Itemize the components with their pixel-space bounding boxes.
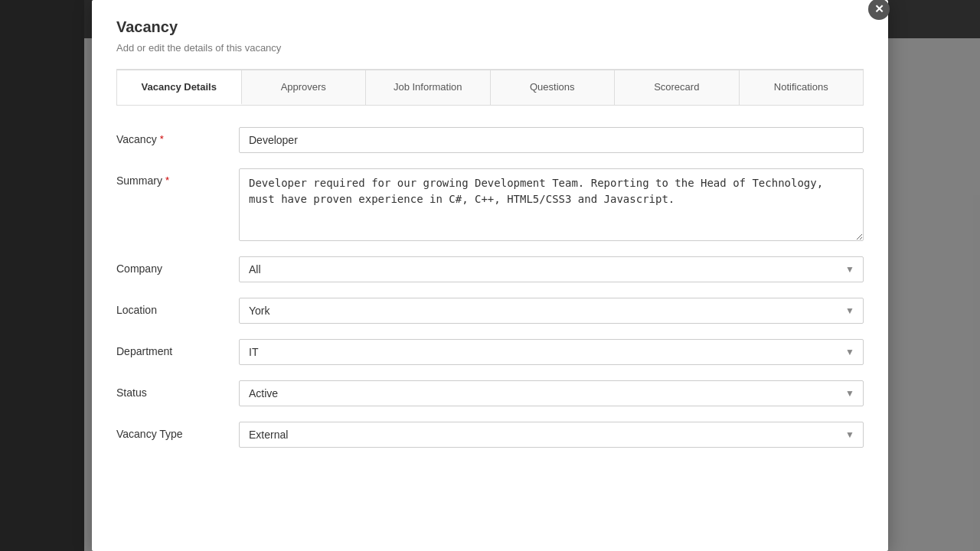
location-label: Location xyxy=(116,298,239,316)
vacancy-field-group: Vacancy * xyxy=(116,127,864,153)
vacancy-type-select-wrapper: External Internal Both ▼ xyxy=(239,422,864,448)
modal-title: Vacancy xyxy=(116,18,864,36)
company-select-wrapper: All Company A Company B ▼ xyxy=(239,256,864,282)
vacancy-required: * xyxy=(160,133,164,145)
summary-required: * xyxy=(165,174,169,186)
modal-overlay: ✕ Vacancy Add or edit the details of thi… xyxy=(0,0,980,551)
department-select-wrapper: IT HR Finance ▼ xyxy=(239,339,864,365)
location-field-group: Location York London Manchester ▼ xyxy=(116,298,864,324)
status-label: Status xyxy=(116,380,239,399)
tab-questions[interactable]: Questions xyxy=(491,70,616,105)
tabs-container: Vacancy Details Approvers Job Informatio… xyxy=(116,70,864,106)
department-select[interactable]: IT HR Finance xyxy=(239,339,864,365)
location-select[interactable]: York London Manchester xyxy=(239,298,864,324)
vacancy-input[interactable] xyxy=(239,127,864,153)
summary-textarea[interactable]: Developer required for our growing Devel… xyxy=(239,168,864,241)
modal-dialog: ✕ Vacancy Add or edit the details of thi… xyxy=(92,0,888,551)
status-select-wrapper: Active Inactive Draft ▼ xyxy=(239,380,864,406)
company-label: Company xyxy=(116,256,239,275)
company-field-group: Company All Company A Company B ▼ xyxy=(116,256,864,282)
summary-field-group: Summary * Developer required for our gro… xyxy=(116,168,864,241)
vacancy-label: Vacancy * xyxy=(116,127,239,145)
status-field-group: Status Active Inactive Draft ▼ xyxy=(116,380,864,406)
tab-vacancy-details[interactable]: Vacancy Details xyxy=(117,70,242,105)
tab-approvers[interactable]: Approvers xyxy=(242,70,367,105)
vacancy-type-label: Vacancy Type xyxy=(116,422,239,440)
vacancy-type-select[interactable]: External Internal Both xyxy=(239,422,864,448)
department-field-group: Department IT HR Finance ▼ xyxy=(116,339,864,365)
company-select[interactable]: All Company A Company B xyxy=(239,256,864,282)
tab-notifications[interactable]: Notifications xyxy=(740,70,864,105)
modal-subtitle: Add or edit the details of this vacancy xyxy=(116,42,864,54)
tab-job-information[interactable]: Job Information xyxy=(366,70,491,105)
status-select[interactable]: Active Inactive Draft xyxy=(239,380,864,406)
modal-close-button[interactable]: ✕ xyxy=(868,0,890,20)
location-select-wrapper: York London Manchester ▼ xyxy=(239,298,864,324)
close-icon: ✕ xyxy=(874,2,884,16)
summary-label: Summary * xyxy=(116,168,239,187)
vacancy-type-field-group: Vacancy Type External Internal Both ▼ xyxy=(116,422,864,448)
tab-scorecard[interactable]: Scorecard xyxy=(615,70,740,105)
vacancy-form: Vacancy * Summary * Developer required f… xyxy=(116,127,864,448)
department-label: Department xyxy=(116,339,239,357)
